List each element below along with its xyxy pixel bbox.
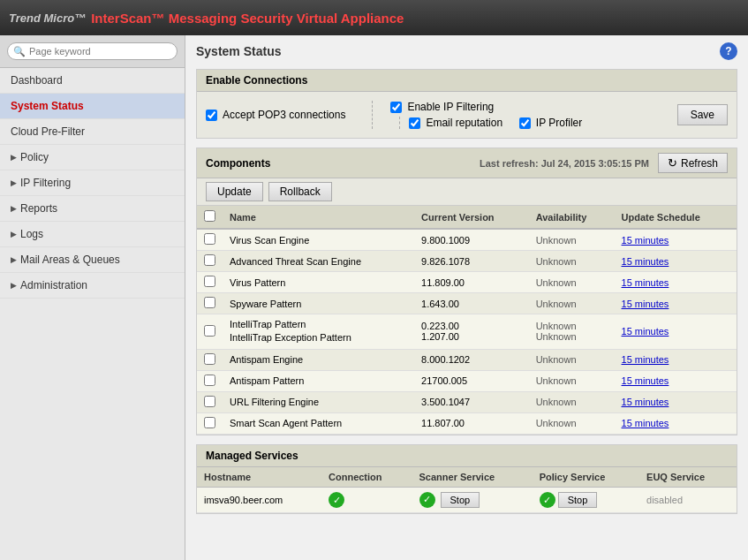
enable-ip-filtering-checkbox[interactable] <box>390 102 402 113</box>
managed-services-header: Managed Services <box>197 445 737 467</box>
table-row: Virus Pattern11.809.00Unknown15 minutes <box>197 272 737 293</box>
ms-policy-service: ✓ Stop <box>533 487 639 513</box>
schedule-link[interactable]: 15 minutes <box>622 235 669 246</box>
comp-schedule[interactable]: 15 minutes <box>615 314 737 350</box>
sub-options-row: Email reputation IP Profiler <box>399 117 582 129</box>
search-input[interactable] <box>7 42 178 60</box>
comp-name: Spyware Pattern <box>223 293 414 314</box>
row-checkbox[interactable] <box>204 353 215 365</box>
schedule-link[interactable]: 15 minutes <box>622 299 669 309</box>
policy-stop-button[interactable]: Stop <box>558 492 598 508</box>
schedule-link[interactable]: 15 minutes <box>622 397 669 407</box>
ip-profiler-label: IP Profiler <box>536 117 582 129</box>
table-row: IntelliTrap PatternIntelliTrap Exception… <box>197 314 737 350</box>
row-checkbox[interactable] <box>204 375 215 386</box>
scanner-stop-button[interactable]: Stop <box>441 492 480 508</box>
comp-name: Antispam Pattern <box>223 370 414 391</box>
sidebar-item-cloud-pre-filter[interactable]: Cloud Pre-Filter <box>0 119 185 145</box>
row-checkbox[interactable] <box>204 417 215 428</box>
comp-schedule[interactable]: 15 minutes <box>615 251 737 272</box>
comp-schedule[interactable]: 15 minutes <box>615 412 737 434</box>
table-row: Spyware Pattern1.643.00Unknown15 minutes <box>197 293 737 314</box>
schedule-link[interactable]: 15 minutes <box>622 277 669 288</box>
sidebar-item-ip-filtering[interactable]: ▶ IP Filtering <box>0 170 185 196</box>
ip-filtering-row: Enable IP Filtering <box>390 101 582 113</box>
ms-col-scanner: Scanner Service <box>412 467 533 488</box>
row-checkbox[interactable] <box>204 233 215 245</box>
schedule-link[interactable]: 15 minutes <box>622 375 669 386</box>
refresh-icon: ↻ <box>668 156 677 170</box>
schedule-link[interactable]: 15 minutes <box>622 326 669 337</box>
sidebar-label-mail-areas: Mail Areas & Queues <box>20 254 120 266</box>
comp-name: Virus Pattern <box>223 272 414 293</box>
sidebar-label-policy: Policy <box>20 151 49 163</box>
accept-pop3-checkbox[interactable] <box>206 110 217 121</box>
enable-connections-body: Accept POP3 connections Enable IP Filter… <box>197 92 737 138</box>
comp-availability: Unknown <box>529 370 615 391</box>
col-availability: Availability <box>529 206 615 229</box>
comp-schedule[interactable]: 15 minutes <box>615 229 737 251</box>
comp-schedule[interactable]: 15 minutes <box>615 370 737 391</box>
save-button[interactable]: Save <box>677 104 728 125</box>
comp-schedule[interactable]: 15 minutes <box>615 349 737 370</box>
refresh-button[interactable]: ↻ Refresh <box>658 153 728 173</box>
connections-outer: Accept POP3 connections Enable IP Filter… <box>206 101 728 129</box>
ms-hostname: imsva90.beer.com <box>197 487 321 513</box>
comp-availability: Unknown <box>529 293 615 314</box>
enable-connections-section: Enable Connections Accept POP3 connectio… <box>196 69 737 139</box>
ip-profiler-checkbox[interactable] <box>519 117 531 129</box>
sidebar-item-administration[interactable]: ▶ Administration <box>0 273 185 299</box>
schedule-link[interactable]: 15 minutes <box>622 354 669 365</box>
comp-version: 11.809.00 <box>414 272 529 293</box>
sidebar-item-reports[interactable]: ▶ Reports <box>0 196 185 222</box>
sidebar-item-mail-areas[interactable]: ▶ Mail Areas & Queues <box>0 247 185 273</box>
sidebar-item-system-status[interactable]: System Status <box>0 94 185 119</box>
sidebar-label-dashboard: Dashboard <box>11 74 63 87</box>
accept-pop3-label: Accept POP3 connections <box>223 109 345 121</box>
comp-version: 1.643.00 <box>414 293 529 314</box>
ms-col-connection: Connection <box>321 467 412 488</box>
comp-availability: Unknown <box>529 349 615 370</box>
comp-schedule[interactable]: 15 minutes <box>615 272 737 293</box>
ms-col-hostname: Hostname <box>197 467 321 488</box>
managed-services-section: Managed Services Hostname Connection Sca… <box>196 444 737 515</box>
comp-version: 9.800.1009 <box>414 229 529 251</box>
table-row: URL Filtering Engine3.500.1047Unknown15 … <box>197 391 737 412</box>
header: Trend Micro™ InterScan™ Messaging Securi… <box>0 0 748 35</box>
rollback-button[interactable]: Rollback <box>268 182 332 201</box>
row-checkbox[interactable] <box>204 297 215 308</box>
row-checkbox[interactable] <box>204 254 215 266</box>
sidebar-label-system-status: System Status <box>11 100 84 112</box>
schedule-link[interactable]: 15 minutes <box>622 418 669 428</box>
comp-schedule[interactable]: 15 minutes <box>615 293 737 314</box>
email-reputation-checkbox[interactable] <box>409 117 420 129</box>
sidebar-item-policy[interactable]: ▶ Policy <box>0 145 185 170</box>
policy-ok-icon: ✓ <box>540 492 555 508</box>
brand-name: Trend Micro™ <box>9 11 86 25</box>
row-checkbox[interactable] <box>204 325 215 337</box>
update-button[interactable]: Update <box>206 182 263 201</box>
page-title: System Status <box>196 44 281 58</box>
schedule-link[interactable]: 15 minutes <box>622 256 669 267</box>
comp-name: Advanced Threat Scan Engine <box>223 251 414 272</box>
comp-version: 0.223.001.207.00 <box>414 314 529 350</box>
scanner-ok-icon: ✓ <box>419 492 435 508</box>
sidebar-item-dashboard[interactable]: Dashboard <box>0 68 185 94</box>
row-checkbox[interactable] <box>204 396 215 407</box>
row-checkbox[interactable] <box>204 276 215 287</box>
components-section: Components Last refresh: Jul 24, 2015 3:… <box>196 148 737 435</box>
ms-col-euq: EUQ Service <box>639 467 737 488</box>
search-bar: 🔍 <box>0 35 185 68</box>
components-title: Components <box>206 157 270 170</box>
sidebar-item-logs[interactable]: ▶ Logs <box>0 222 185 247</box>
product-name: InterScan™ Messaging Security Virtual Ap… <box>91 11 404 26</box>
ms-col-policy: Policy Service <box>533 467 639 488</box>
arrow-icon-mail-areas: ▶ <box>11 255 17 264</box>
select-all-checkbox[interactable] <box>204 210 215 222</box>
help-icon[interactable]: ? <box>720 42 737 60</box>
comp-schedule[interactable]: 15 minutes <box>615 391 737 412</box>
comp-availability: Unknown <box>529 251 615 272</box>
arrow-icon-logs: ▶ <box>11 230 17 238</box>
sidebar-label-cloud-pre-filter: Cloud Pre-Filter <box>11 125 85 138</box>
connection-ok-icon: ✓ <box>329 492 344 508</box>
